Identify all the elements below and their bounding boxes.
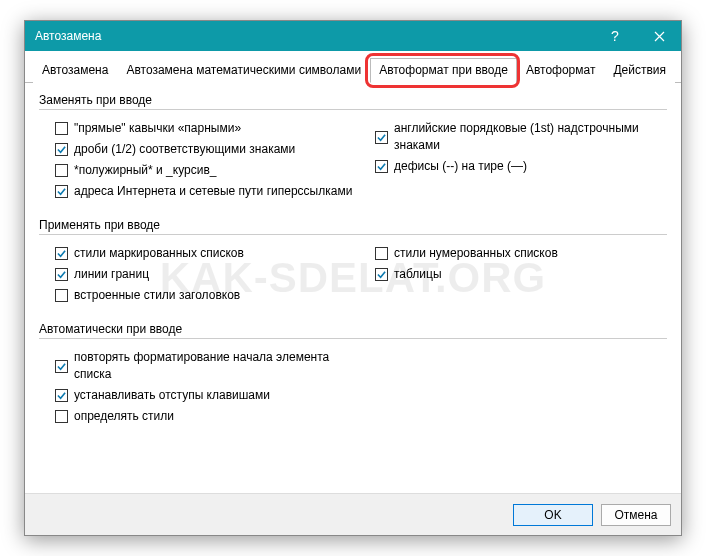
divider [39,109,667,110]
autocorrect-dialog: Автозамена ? Автозамена Автозамена матем… [24,20,682,536]
checkbox-icon [375,247,388,260]
opt-straight-quotes[interactable]: "прямые" кавычки «парными» [39,118,359,139]
checkbox-icon [55,289,68,302]
opt-repeat-format[interactable]: повторять форматирование начала элемента… [39,347,359,385]
close-icon [654,31,665,42]
checkbox-icon [55,268,68,281]
checkbox-icon [55,122,68,135]
opt-tables[interactable]: таблицы [359,264,667,285]
close-button[interactable] [637,21,681,51]
checkbox-icon [55,410,68,423]
opt-builtin-heading[interactable]: встроенные стили заголовков [39,285,359,306]
opt-bold-italic[interactable]: *полужирный* и _курсив_ [39,160,359,181]
help-button[interactable]: ? [593,21,637,51]
tab-autozamena[interactable]: Автозамена [33,58,117,83]
opt-hyperlinks[interactable]: адреса Интернета и сетевые пути гиперссы… [39,181,359,202]
group-title: Заменять при вводе [39,93,667,107]
cancel-button[interactable]: Отмена [601,504,671,526]
checkbox-icon [375,131,388,144]
ok-button[interactable]: OK [513,504,593,526]
group-apply: Применять при вводе стили маркированных … [39,218,667,306]
checkbox-icon [55,360,68,373]
group-auto: Автоматически при вводе повторять формат… [39,322,667,427]
dialog-content: Заменять при вводе "прямые" кавычки «пар… [25,83,681,453]
dialog-title: Автозамена [35,29,593,43]
group-replace: Заменять при вводе "прямые" кавычки «пар… [39,93,667,202]
opt-fractions[interactable]: дроби (1/2) соответствующими знаками [39,139,359,160]
tab-autoformat-vvode[interactable]: Автоформат при вводе [370,58,517,83]
opt-define-styles[interactable]: определять стили [39,406,359,427]
divider [39,234,667,235]
checkbox-icon [375,160,388,173]
dialog-footer: OK Отмена [25,493,681,535]
opt-bullet-styles[interactable]: стили маркированных списков [39,243,359,264]
group-title: Автоматически при вводе [39,322,667,336]
opt-numbered-styles[interactable]: стили нумерованных списков [359,243,667,264]
group-title: Применять при вводе [39,218,667,232]
checkbox-icon [55,185,68,198]
tab-actions[interactable]: Действия [604,58,675,83]
checkbox-icon [55,389,68,402]
opt-border-lines[interactable]: линии границ [39,264,359,285]
checkbox-icon [55,143,68,156]
opt-ordinals[interactable]: английские порядковые (1st) надстрочными… [359,118,667,156]
tab-row: Автозамена Автозамена математическими си… [25,51,681,83]
divider [39,338,667,339]
tab-autoformat[interactable]: Автоформат [517,58,605,83]
checkbox-icon [55,164,68,177]
opt-hyphens[interactable]: дефисы (--) на тире (—) [359,156,667,177]
titlebar: Автозамена ? [25,21,681,51]
checkbox-icon [375,268,388,281]
opt-set-indents[interactable]: устанавливать отступы клавишами [39,385,359,406]
checkbox-icon [55,247,68,260]
tab-math[interactable]: Автозамена математическими символами [117,58,370,83]
